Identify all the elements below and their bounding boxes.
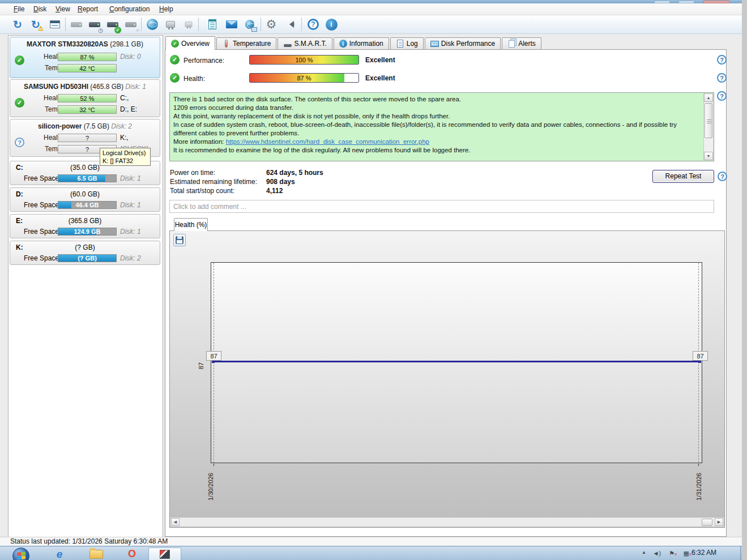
menu-help[interactable]: Help — [157, 5, 176, 14]
message-line: More information: https://www.hdsentinel… — [173, 138, 700, 146]
disk-disabled-icon — [69, 17, 84, 32]
hardware-plug-small-icon[interactable] — [183, 19, 195, 31]
drive-letters: K:, — [120, 134, 129, 142]
message-line: At this point, warranty replacement of t… — [173, 112, 700, 121]
gear-icon[interactable]: ⚙ — [264, 17, 279, 32]
drive-letters: D:, E: — [120, 105, 137, 113]
tab-log[interactable]: Log — [390, 37, 424, 49]
refresh-warning-icon[interactable]: ↻⚠ — [28, 17, 43, 32]
tab-alerts[interactable]: Alerts — [502, 37, 541, 49]
performance-label: Performance: — [183, 57, 224, 65]
message-scrollbar[interactable]: ▲ ▼ — [703, 93, 713, 160]
report-icon[interactable] — [48, 17, 62, 32]
start-button[interactable] — [12, 548, 29, 560]
disk-accept-icon[interactable]: ✓ — [105, 17, 120, 32]
free-space-bar: 46.4 GB — [58, 201, 117, 209]
message-line: There is 1 bad sector on the disk surfac… — [173, 95, 700, 104]
thermometer-icon — [222, 40, 230, 48]
health-meter: 87 % — [249, 73, 359, 83]
windows-flag-icon — [17, 552, 25, 560]
partition-size: (365.8 GB) — [10, 217, 160, 225]
folder-icon — [89, 550, 103, 559]
hardware-plug-icon[interactable] — [163, 17, 178, 32]
taskbar-explorer-button[interactable] — [85, 548, 108, 560]
tab-temperature[interactable]: Temperature — [216, 37, 276, 49]
alerts-pages-icon — [507, 40, 516, 48]
partition-panel-d[interactable]: D: (60.0 GB) Free Space 46.4 GB Disk: 1 — [10, 187, 160, 212]
start-stop-count-value: 4,112 — [266, 187, 283, 195]
scroll-left-icon[interactable]: ◀ — [171, 518, 180, 526]
menu-disk[interactable]: Disk — [31, 5, 49, 14]
tab-information[interactable]: iInformation — [334, 37, 389, 49]
message-line: 1209 errors occurred during data transfe… — [173, 104, 700, 112]
temp-bar: 32 °C — [58, 105, 117, 114]
notes-icon[interactable] — [205, 17, 220, 32]
info-icon[interactable]: i — [324, 17, 339, 32]
x-axis-date-label: 1/31/2026 — [695, 465, 702, 501]
disk-search-icon[interactable]: ⌕ — [123, 17, 138, 32]
chart-tab-health[interactable]: Health (%) — [174, 218, 208, 231]
partition-disk: Disk: 1 — [120, 228, 141, 236]
floppy-icon — [176, 236, 183, 244]
media-app-icon: O — [128, 548, 136, 560]
taskbar-media-button[interactable]: O — [122, 548, 142, 560]
partition-disk: Disk: 1 — [120, 201, 141, 209]
tab-overview[interactable]: ✓Overview — [165, 36, 215, 50]
toolbar: ↻ ↻⚠ ◷ ✓ ⌕ ⚙ ) ? i — [0, 15, 747, 34]
tray-network-icon[interactable]: ▦x — [684, 550, 691, 557]
data-point-label: 87 — [693, 351, 708, 361]
tray-action-center-icon[interactable]: ⚑x — [669, 550, 677, 557]
disk-status-message-box: There is 1 bad sector on the disk surfac… — [169, 92, 714, 161]
chart-horizontal-scrollbar[interactable]: ◀ ▶ — [170, 517, 724, 527]
health-label: Health: — [183, 75, 205, 83]
repeat-test-button[interactable]: Repeat Test — [652, 170, 714, 183]
performance-help-icon[interactable]: ? — [717, 55, 727, 65]
power-on-time-value: 624 days, 5 hours — [266, 169, 323, 177]
menu-configuration[interactable]: Configuration — [107, 5, 152, 14]
email-icon[interactable] — [224, 17, 239, 32]
remaining-lifetime-value: 908 days — [266, 178, 295, 186]
window-edge — [742, 0, 747, 560]
tab-smart[interactable]: S.M.A.R.T. — [278, 37, 332, 49]
disk-panel-maxtor[interactable]: MAXTOR STM3320820AS (298.1 GB) ✓ Health:… — [10, 37, 160, 78]
globe-disk-icon[interactable] — [145, 17, 160, 32]
taskbar-clock[interactable]: 6:32 AM — [691, 549, 716, 557]
health-help-icon[interactable]: ? — [717, 73, 727, 83]
disk-list-sidebar: MAXTOR STM3320820AS (298.1 GB) ✓ Health:… — [8, 35, 163, 538]
comment-input[interactable] — [169, 200, 714, 213]
tray-volume-icon[interactable]: ◄) — [652, 550, 661, 557]
refresh-icon[interactable]: ↻ — [10, 17, 25, 32]
taskbar-hdsentinel-button[interactable] — [148, 548, 181, 560]
remaining-lifetime-label: Estimated remaining lifetime: — [170, 178, 257, 186]
repeat-test-help-icon[interactable]: ? — [718, 172, 727, 181]
health-ok-icon: ✓ — [170, 73, 180, 83]
taskbar-ie-button[interactable]: e — [50, 548, 69, 560]
partition-panel-k[interactable]: K: (? GB) Free Space (? GB) Disk: 2 — [10, 241, 160, 265]
message-line: It is recommended to examine the log of … — [173, 146, 700, 155]
partition-panel-e[interactable]: E: (365.8 GB) Free Space 124.9 GB Disk: … — [10, 214, 160, 238]
tray-expand-icon[interactable]: ▲ — [642, 550, 646, 555]
free-space-label: Free Space — [24, 228, 59, 236]
partition-disk: Disk: 2 — [120, 254, 141, 262]
menu-bar: File Disk View Report Configuration Help — [0, 3, 747, 15]
scroll-right-icon[interactable]: ▶ — [715, 518, 723, 526]
tab-disk-performance[interactable]: Disk Performance — [425, 37, 501, 49]
save-chart-button[interactable] — [173, 234, 186, 246]
disk-clock-icon[interactable]: ◷ — [87, 17, 102, 32]
scroll-up-icon[interactable]: ▲ — [704, 93, 713, 102]
scroll-down-icon[interactable]: ▼ — [704, 152, 713, 160]
more-info-link[interactable]: https://www.hdsentinel.com/hard_disk_cas… — [226, 138, 429, 145]
menu-report[interactable]: Report — [75, 5, 100, 14]
menu-file[interactable]: File — [11, 5, 27, 14]
help-icon[interactable]: ? — [306, 17, 321, 32]
ie-icon: e — [57, 548, 63, 560]
speaker-icon[interactable]: ) — [282, 17, 297, 32]
message-help-icon[interactable]: ? — [717, 91, 727, 101]
network-icon[interactable] — [242, 17, 257, 32]
performance-meter: 100 % — [249, 55, 359, 65]
health-chart-panel: 87 87 87 1/30/2026 1/31/2026 ◀ ▶ — [169, 230, 725, 528]
menu-view[interactable]: View — [53, 5, 72, 14]
disk-panel-samsung[interactable]: SAMSUNG HD503HI (465.8 GB) Disk: 1 ✓ Hea… — [10, 79, 160, 117]
free-space-label: Free Space — [24, 201, 59, 209]
info-circle-icon: i — [339, 40, 347, 48]
